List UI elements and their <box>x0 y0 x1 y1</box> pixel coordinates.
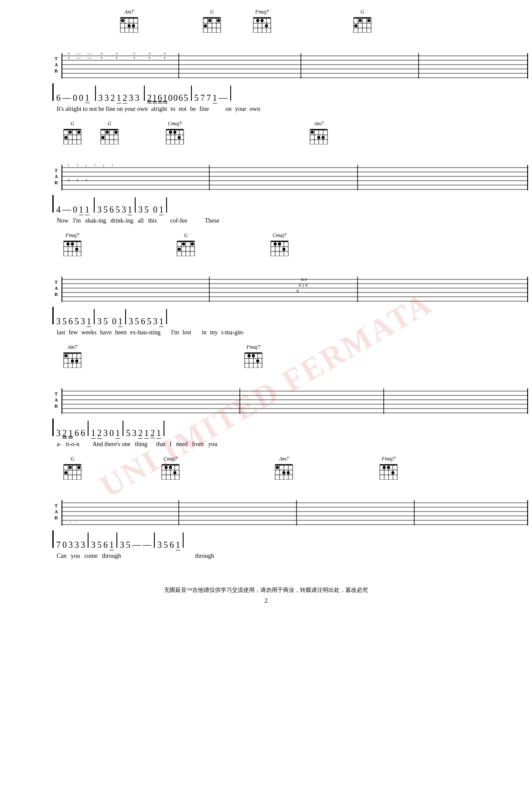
svg-point-248 <box>78 466 81 469</box>
bar-line-1 <box>95 86 96 101</box>
svg-text:H P: H P <box>301 278 307 282</box>
chord-fmaj7-3: Fmaj7 <box>244 344 263 368</box>
chord-cmaj7-2: Cmaj7 <box>270 232 289 256</box>
lyric-be: be <box>190 106 196 113</box>
chord-diagrams-1: Am7 G <box>52 9 506 48</box>
svg-point-22 <box>208 19 211 22</box>
chord-am7-3: Am7 <box>63 344 82 368</box>
svg-point-21 <box>204 24 207 27</box>
svg-point-45 <box>355 24 358 27</box>
svg-point-183 <box>283 248 286 251</box>
svg-point-157 <box>67 243 70 246</box>
svg-text:—: — <box>76 55 81 60</box>
bar-line-2 <box>144 86 145 101</box>
svg-point-88 <box>69 131 72 134</box>
chord-g-4: G <box>100 120 119 144</box>
svg-point-101 <box>115 131 118 134</box>
svg-point-124 <box>317 136 321 139</box>
svg-text:×: × <box>85 178 88 182</box>
svg-text:A: A <box>55 285 58 291</box>
tab-staff-1: T A B × — — × × × × × <box>52 48 532 81</box>
svg-point-221 <box>248 354 251 357</box>
svg-text:↑: ↑ <box>76 163 78 168</box>
notation-row-4: 3 2 1 6 6 1 2 3 0 1 5 3 2 1 2 <box>26 416 506 440</box>
section-5: G Cmaj7 <box>26 456 506 563</box>
chord-diagrams-4: Am7 Fmaj7 <box>52 344 506 383</box>
svg-point-272 <box>287 471 290 474</box>
lyric-come: come <box>85 553 98 560</box>
svg-text:A: A <box>55 509 58 514</box>
lyric-its: It's alright to not be fine on your own <box>57 106 148 113</box>
chord-diagrams-2: G G <box>52 120 506 160</box>
svg-text:×: × <box>116 55 118 60</box>
svg-point-9 <box>121 19 124 22</box>
bar-line-end <box>230 86 231 101</box>
svg-point-158 <box>71 243 74 246</box>
svg-point-210 <box>71 360 74 363</box>
notation-row-5: 7 0 3 3 3 3 5 6 1 3 5 — — 3 <box>26 528 506 552</box>
svg-point-169 <box>178 248 181 251</box>
svg-point-247 <box>69 466 72 469</box>
svg-point-89 <box>78 131 81 134</box>
lyric-your: your <box>235 106 246 113</box>
svg-point-171 <box>191 243 194 246</box>
chord-g-1: G <box>203 9 221 33</box>
svg-text:×: × <box>148 55 151 60</box>
svg-text:↑: ↑ <box>68 163 70 168</box>
svg-text:×: × <box>100 55 103 60</box>
svg-text:B: B <box>55 515 58 520</box>
svg-text:A: A <box>55 62 58 67</box>
chord-grid-fmaj7-1 <box>253 16 271 33</box>
svg-point-46 <box>359 19 362 22</box>
lyric-through-1: through <box>102 553 121 560</box>
svg-point-260 <box>174 471 177 474</box>
notation-row-3: 3 5 6 5 3 1 3 5· 0 1 3 5 6 5 3 1 <box>26 304 506 328</box>
lyrics-row-2: Now I'm shak-ing drink-ing all this cof-… <box>26 216 506 228</box>
svg-point-258 <box>165 466 168 469</box>
tab-staff-2: T A B ↑ ↑ ↓ ↑ ↓ ↑ × × × <box>52 160 532 192</box>
chord-fmaj7-1: Fmaj7 <box>253 9 271 33</box>
bar-line-3 <box>191 86 192 101</box>
lyrics-row-3: last few weeks have been ex-hau-sting I'… <box>26 328 506 340</box>
lyrics-row-4: a- ti-o-n And there's one thing that I n… <box>26 440 506 451</box>
lyric-to: to <box>171 106 175 113</box>
chord-g-6: G <box>63 456 82 480</box>
section-1: Am7 G <box>26 9 506 116</box>
svg-point-111 <box>169 131 172 134</box>
bar-4-notes: 5 7 7 1 — <box>194 93 228 103</box>
section-4: Am7 Fmaj7 <box>26 344 506 451</box>
svg-text:T: T <box>55 391 58 396</box>
svg-text:·: · <box>76 519 78 524</box>
svg-point-112 <box>174 131 177 134</box>
lyric-you: you <box>71 553 80 560</box>
svg-text:·: · <box>65 519 67 524</box>
chord-grid-g2 <box>353 16 372 33</box>
section-2: G G <box>26 120 506 228</box>
lyric-alright: alright <box>151 106 167 113</box>
svg-text:T: T <box>55 56 58 61</box>
svg-point-99 <box>102 136 105 139</box>
svg-point-271 <box>283 471 286 474</box>
chord-diagrams-5: G Cmaj7 <box>52 456 506 495</box>
svg-text:0: 0 <box>297 289 299 293</box>
notation-row-1: 6 — 0 0 1· 3 3 2 1 2 3 3 2 1 <box>26 81 506 105</box>
svg-point-246 <box>65 471 68 474</box>
chord-grid-g3 <box>63 128 82 144</box>
tab-staff-4: T A B <box>52 383 532 416</box>
lyric-fine: fine <box>199 106 209 113</box>
page-number: 2 <box>26 598 506 605</box>
svg-text:B: B <box>55 292 58 297</box>
lyric-own: own <box>250 106 260 113</box>
copyright-text: 无限延音™吉他谱仅供学习交流使用，请勿用于商业，转载请注明出处，篡改必究 <box>26 585 506 595</box>
chord-g-3: G <box>63 120 82 144</box>
svg-point-47 <box>368 19 371 22</box>
svg-text:-: - <box>70 519 71 524</box>
svg-point-10 <box>128 24 131 27</box>
tab-staff-3: T A B H P 0 1 0 0 <box>52 271 532 304</box>
tab-staff-5: T A B · - · <box>52 495 532 528</box>
chord-diagrams-3: Fmaj7 G <box>52 232 506 271</box>
svg-text:B: B <box>55 180 58 185</box>
svg-text:×: × <box>133 55 136 60</box>
chord-g-5: G <box>177 232 195 256</box>
svg-point-33 <box>256 19 259 22</box>
